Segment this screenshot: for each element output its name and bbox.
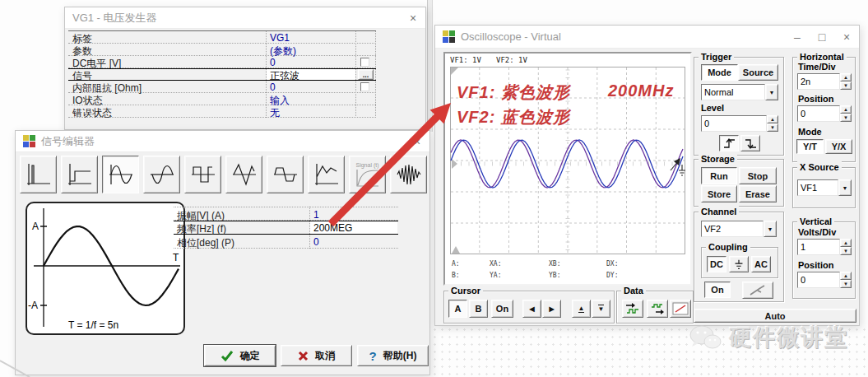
trigger-falling-edge-button[interactable]: [740, 135, 760, 151]
coupling-dc-button[interactable]: DC: [707, 256, 726, 272]
vg1-dialog: VG1 - 电压发生器 × 标签 VG1 参数 (参数) DC电平 [V] 0 …: [64, 7, 426, 130]
spin-up-button[interactable]: ▲: [840, 239, 852, 247]
sawtooth-icon: [313, 161, 341, 188]
screen: VG1 - 电压发生器 × 标签 VG1 参数 (参数) DC电平 [V] 0 …: [0, 0, 868, 377]
row-value[interactable]: VG1: [270, 32, 290, 44]
cursor-left-button[interactable]: ◀: [522, 300, 541, 318]
signal-value-cell[interactable]: 正弦波: [267, 69, 355, 80]
yt-mode-button[interactable]: Y/T: [796, 139, 824, 154]
spin-down-button[interactable]: ▼: [840, 247, 852, 255]
waveform-preview: A -A T T = 1/f = 5n: [26, 202, 185, 335]
waveform-button-signal-t[interactable]: Signal (t): [349, 156, 386, 193]
table-row[interactable]: 错误状态 无: [68, 105, 376, 118]
spin-up-button[interactable]: ▲: [840, 73, 852, 81]
param-value[interactable]: 0: [313, 236, 319, 248]
cursor-on-button[interactable]: On: [491, 300, 513, 318]
dropdown-arrow-button[interactable]: ▼: [765, 84, 778, 100]
data-plot-button[interactable]: [670, 300, 691, 318]
trigger-source-tab[interactable]: Source: [738, 64, 778, 81]
table-row-selected[interactable]: 信号 正弦波 ...: [68, 68, 376, 81]
row-value[interactable]: 0: [270, 81, 276, 93]
maximize-button[interactable]: □: [811, 26, 833, 49]
param-value[interactable]: 1: [313, 209, 319, 221]
ok-button[interactable]: 确定: [204, 345, 276, 366]
cursor-a-button[interactable]: A: [448, 300, 467, 318]
data-export-button[interactable]: [647, 300, 668, 318]
spin-down-button[interactable]: ▼: [840, 280, 852, 288]
close-button[interactable]: ×: [836, 26, 857, 49]
dc-level-checkbox[interactable]: [360, 58, 369, 67]
vg1-close-button[interactable]: ×: [402, 7, 424, 29]
signal-more-button[interactable]: ...: [358, 69, 374, 80]
v-position-input[interactable]: 0: [797, 272, 840, 288]
volts-div-input[interactable]: 1: [797, 239, 840, 255]
waveform-button-sine-inverted[interactable]: [143, 156, 180, 193]
dropdown-arrow-button[interactable]: ▼: [838, 179, 852, 196]
table-row[interactable]: IO状态 输入: [68, 93, 376, 105]
table-row[interactable]: 标签 VG1: [68, 31, 376, 44]
param-row-selected[interactable]: 频率[Hz] (f) 200MEG: [174, 221, 398, 235]
auto-button[interactable]: Auto: [694, 309, 856, 323]
spin-up-button[interactable]: ▲: [840, 272, 852, 280]
waveform-button-triangle[interactable]: [225, 156, 262, 193]
vg1-titlebar[interactable]: VG1 - 电压发生器: [65, 7, 425, 29]
trigger-mode-tab[interactable]: Mode: [701, 64, 738, 81]
spin-up-button[interactable]: ▲: [767, 115, 778, 123]
waveform-button-burst[interactable]: [390, 156, 427, 193]
waveform-button-bipolar-pulse[interactable]: [267, 156, 304, 193]
channel-group: Channel VF2 ▼ Coupling DC AC On: [694, 212, 784, 302]
impedance-checkbox[interactable]: [360, 82, 369, 91]
cancel-button[interactable]: 取消: [281, 345, 352, 366]
background-window-edge: [427, 0, 433, 132]
waveform-button-step[interactable]: [61, 156, 98, 193]
help-button[interactable]: ? 帮助(H): [357, 345, 429, 366]
waveform-button-square[interactable]: [184, 156, 221, 193]
spin-down-button[interactable]: ▼: [767, 123, 778, 132]
waveform-button-sine-selected[interactable]: [102, 156, 139, 193]
signal-editor-close-button[interactable]: ×: [406, 131, 428, 152]
run-button[interactable]: Run: [701, 167, 737, 184]
coupling-ground-button[interactable]: [729, 256, 749, 272]
time-div-control: 2n ▲ ▼: [797, 73, 852, 90]
data-import-button[interactable]: [622, 300, 643, 318]
h-position-input[interactable]: 0: [797, 105, 840, 122]
cursor-jump-top-button[interactable]: ▲: [572, 300, 591, 318]
erase-button[interactable]: Erase: [739, 185, 777, 202]
volts-div-control: 1 ▲ ▼: [797, 239, 852, 255]
vertical-group: Vertical Volts/Div 1 ▲ ▼ Position 0 ▲ ▼: [792, 221, 856, 299]
cursor-b-button[interactable]: B: [469, 300, 488, 318]
channel-on-button[interactable]: On: [704, 282, 731, 298]
signal-editor-titlebar[interactable]: 信号编辑器: [16, 131, 429, 152]
trigger-mode-dropdown[interactable]: Normal ▼: [701, 84, 778, 100]
table-row[interactable]: 参数 (参数): [68, 44, 376, 56]
channel-dropdown[interactable]: VF2 ▼: [701, 221, 777, 237]
time-div-input[interactable]: 2n: [797, 73, 840, 90]
trigger-level-input[interactable]: 0: [701, 115, 767, 132]
frequency-value-cell[interactable]: 200MEG: [310, 221, 397, 234]
cursor-right-button[interactable]: ▶: [542, 300, 561, 318]
stop-button[interactable]: Stop: [739, 167, 777, 184]
row-value[interactable]: 无: [270, 106, 280, 120]
trigger-level-label: Level: [701, 103, 724, 113]
store-button[interactable]: Store: [701, 185, 737, 202]
spin-down-button[interactable]: ▼: [840, 114, 852, 122]
cursor-jump-bottom-button[interactable]: ▼: [592, 300, 610, 318]
minimize-button[interactable]: –: [787, 26, 808, 49]
probe-button[interactable]: [742, 282, 773, 299]
yx-mode-button[interactable]: Y/X: [825, 139, 852, 154]
spin-down-button[interactable]: ▼: [840, 81, 852, 90]
waveform-button-impulse[interactable]: [20, 156, 57, 193]
param-row[interactable]: 相位[deg] (P) 0: [174, 235, 398, 249]
waveform-button-sawtooth[interactable]: [308, 156, 345, 193]
param-label: 相位[deg] (P): [177, 236, 234, 250]
trigger-rising-edge-button[interactable]: [719, 135, 739, 151]
table-row[interactable]: 内部阻抗 [Ohm] 0: [68, 81, 376, 93]
dropdown-arrow-button[interactable]: ▼: [764, 221, 777, 237]
coupling-ac-button[interactable]: AC: [751, 256, 771, 272]
param-row[interactable]: 振幅[V] (A) 1: [174, 207, 398, 221]
row-value[interactable]: 0: [270, 57, 276, 68]
readout-xa: XA:: [490, 260, 501, 268]
spin-up-button[interactable]: ▲: [840, 105, 852, 114]
x-source-dropdown[interactable]: VF1 ▼: [797, 179, 852, 196]
table-row[interactable]: DC电平 [V] 0: [68, 56, 376, 68]
